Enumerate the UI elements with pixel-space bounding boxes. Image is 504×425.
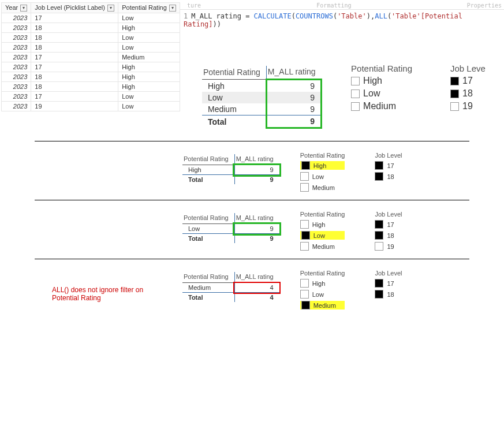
cell-year: 2023 [2, 92, 31, 102]
checkbox-icon[interactable] [301, 161, 310, 170]
cell-pot: Medium [118, 53, 180, 62]
slicer-option[interactable]: 18 [375, 172, 402, 181]
divider [35, 200, 469, 200]
slicer-option[interactable]: 19 [450, 101, 486, 111]
slicer-option-label: 18 [387, 291, 394, 298]
ribbon-hint-properties: Properties [467, 2, 502, 9]
annotation-note: ALL() does not ignore filter on Potentia… [52, 286, 162, 302]
slicer-option-label: 17 [387, 162, 394, 169]
dropdown-icon[interactable]: ▾ [169, 5, 176, 12]
slicer-option[interactable]: Low [300, 290, 345, 299]
slicer-title: Potential Rating [351, 64, 412, 73]
slicer-potential-rating[interactable]: Potential Rating HighLowMedium [351, 64, 412, 114]
slicer-option[interactable]: 18 [375, 290, 402, 299]
col-header-job[interactable]: Job Level (Picklist Label)▾ [31, 3, 118, 13]
checkbox-icon[interactable] [351, 102, 360, 111]
slicer-potential-rating-medium[interactable]: Potential Rating HighLowMedium [300, 270, 345, 312]
table-row[interactable]: 202318Low [2, 43, 180, 53]
table-row[interactable]: 202317Medium [2, 53, 180, 62]
matrix-row-label: Low [182, 224, 234, 234]
checkbox-icon[interactable] [450, 77, 459, 85]
checkbox-icon[interactable] [375, 242, 383, 251]
slicer-option[interactable]: High [300, 279, 345, 288]
checkbox-icon[interactable] [300, 242, 309, 251]
slicer-job-level[interactable]: Job Leve 171819 [450, 64, 486, 114]
dropdown-icon[interactable]: ▾ [20, 5, 27, 12]
col-header-year-label: Year [5, 4, 18, 11]
matrix-row-value: 9 [234, 224, 279, 234]
checkbox-icon[interactable] [375, 231, 383, 240]
checkbox-icon[interactable] [300, 279, 309, 288]
table-row[interactable]: 202317Low [2, 92, 180, 102]
slicer-option[interactable]: Medium [351, 101, 412, 111]
slicer-option[interactable]: 18 [375, 231, 402, 240]
slicer-option-label: High [363, 76, 382, 86]
checkbox-icon[interactable] [351, 90, 360, 98]
slicer-option[interactable]: Medium [300, 183, 345, 192]
slicer-option[interactable]: Low [351, 88, 412, 99]
table-row[interactable]: 202318High [2, 72, 180, 82]
checkbox-icon[interactable] [450, 90, 459, 98]
slicer-potential-rating-low[interactable]: Potential Rating HighLowMedium [300, 211, 345, 253]
matrix-low: Potential RatingM_ALL rating Low9 Total9 [182, 213, 279, 243]
cell-year: 2023 [2, 53, 31, 62]
matrix-row-label: Medium [182, 283, 234, 293]
slicer-job-level-low[interactable]: Job Level 171819 [375, 211, 402, 253]
slicer-option[interactable]: High [300, 161, 345, 170]
slicer-option-label: 19 [387, 243, 394, 250]
slicer-job-level-high[interactable]: Job Level 1718 [375, 152, 402, 183]
cell-job: 17 [31, 13, 118, 23]
checkbox-icon[interactable] [301, 301, 310, 310]
table-row[interactable]: 202319Low [2, 102, 180, 111]
dropdown-icon[interactable]: ▾ [107, 5, 114, 12]
slicer-option[interactable]: Medium [300, 301, 345, 310]
slicer-option-label: 17 [387, 221, 394, 228]
matrix-total-label: Total [182, 175, 234, 185]
table-row[interactable]: 202318High [2, 82, 180, 92]
cell-job: 18 [31, 33, 118, 43]
slicer-option-label: Low [313, 232, 325, 239]
slicer-option[interactable]: Low [300, 172, 345, 181]
checkbox-icon[interactable] [450, 102, 459, 111]
slicer-option[interactable]: 17 [375, 279, 402, 288]
fn-calculate: CALCULATE [254, 12, 292, 20]
slicer-option[interactable]: Low [300, 231, 345, 240]
formula-bar[interactable]: 1M_ALL rating = CALCULATE(COUNTROWS('Tab… [180, 10, 504, 31]
cell-pot: Low [118, 33, 180, 43]
checkbox-icon[interactable] [375, 161, 383, 170]
checkbox-icon[interactable] [375, 279, 383, 288]
checkbox-icon[interactable] [300, 183, 309, 192]
arg-table: 'Table' [337, 12, 367, 20]
table-row[interactable]: 202318High [2, 23, 180, 33]
checkbox-icon[interactable] [300, 172, 309, 181]
checkbox-icon[interactable] [375, 290, 383, 299]
matrix-main: Potential Rating M_ALL rating High9 Low9… [202, 66, 322, 129]
slicer-option[interactable]: 17 [450, 76, 486, 86]
cell-pot: Low [118, 13, 180, 23]
col-header-year[interactable]: Year▾ [2, 3, 31, 13]
cell-year: 2023 [2, 82, 31, 92]
checkbox-icon[interactable] [300, 290, 309, 299]
slicer-potential-rating-high[interactable]: Potential Rating HighLowMedium [300, 152, 345, 194]
checkbox-icon[interactable] [375, 220, 383, 229]
checkbox-icon[interactable] [351, 77, 360, 85]
checkbox-icon[interactable] [301, 231, 310, 240]
cell-job: 17 [31, 92, 118, 102]
col-header-pot[interactable]: Potential Rating▾ [118, 3, 180, 13]
slicer-option[interactable]: 18 [450, 88, 486, 99]
slicer-title: Job Leve [450, 64, 486, 73]
slicer-option[interactable]: Medium [300, 242, 345, 251]
cell-job: 18 [31, 23, 118, 33]
table-row[interactable]: 202317Low [2, 13, 180, 23]
slicer-job-level-medium[interactable]: Job Level 1718 [375, 270, 402, 301]
checkbox-icon[interactable] [375, 172, 383, 181]
slicer-option[interactable]: High [351, 76, 412, 86]
slicer-option[interactable]: High [300, 220, 345, 229]
slicer-option[interactable]: 17 [375, 161, 402, 170]
slicer-option[interactable]: 17 [375, 220, 402, 229]
checkbox-icon[interactable] [300, 220, 309, 229]
table-row[interactable]: 202318Low [2, 33, 180, 43]
table-row[interactable]: 202317High [2, 62, 180, 72]
cell-job: 17 [31, 53, 118, 62]
slicer-option[interactable]: 19 [375, 242, 402, 251]
